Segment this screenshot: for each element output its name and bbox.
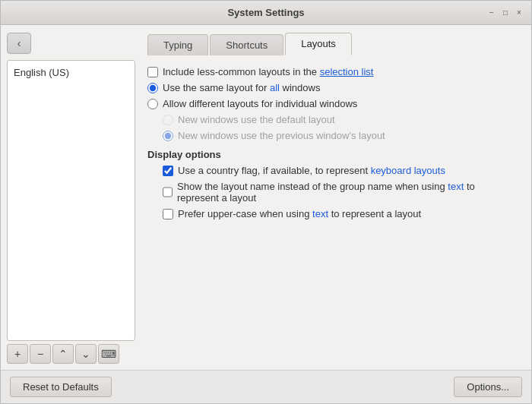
maximize-button[interactable]: □	[499, 7, 511, 19]
options-button[interactable]: Options...	[454, 377, 522, 397]
content-area: ‹ English (US) + − ⌃ ⌄ ⌨ Typing Shortcut…	[1, 25, 531, 370]
new-windows-previous-radio	[163, 131, 173, 141]
new-windows-default-row: New windows use the default layout	[163, 114, 519, 125]
minimize-button[interactable]: −	[486, 7, 498, 19]
layout-toolbar: + − ⌃ ⌄ ⌨	[7, 344, 135, 364]
country-flag-label[interactable]: Use a country flag, if available, to rep…	[178, 165, 445, 176]
list-item[interactable]: English (US)	[8, 64, 135, 81]
include-less-common-row: Include less-common layouts in the selec…	[147, 66, 519, 77]
tab-content-layouts: Include less-common layouts in the selec…	[147, 66, 519, 362]
reset-defaults-button[interactable]: Reset to Defaults	[10, 377, 112, 397]
title-bar: System Settings − □ ×	[1, 1, 531, 25]
upper-case-row: Prefer upper-case when using text to rep…	[163, 208, 519, 219]
layout-name-checkbox[interactable]	[163, 187, 173, 197]
new-windows-default-label: New windows use the default layout	[178, 114, 335, 125]
window-controls: − □ ×	[486, 7, 525, 19]
layout-list: English (US)	[7, 60, 135, 341]
main-window: System Settings − □ × ‹ English (US) + −…	[0, 0, 532, 404]
move-up-button[interactable]: ⌃	[52, 344, 74, 364]
same-layout-row: Use the same layout for all windows	[147, 82, 519, 93]
upper-case-label[interactable]: Prefer upper-case when using text to rep…	[178, 208, 421, 219]
layout-name-row: Show the layout name instead of the grou…	[163, 181, 519, 204]
include-less-common-label[interactable]: Include less-common layouts in the selec…	[163, 66, 373, 77]
selection-list-link[interactable]: selection list	[320, 66, 374, 77]
remove-layout-button[interactable]: −	[30, 344, 51, 364]
keyboard-preview-button[interactable]: ⌨	[98, 344, 119, 364]
right-panel: Typing Shortcuts Layouts Include less-co…	[141, 25, 531, 370]
tab-shortcuts[interactable]: Shortcuts	[210, 34, 283, 55]
upper-case-checkbox[interactable]	[163, 209, 173, 219]
country-flag-row: Use a country flag, if available, to rep…	[163, 165, 519, 176]
tab-typing[interactable]: Typing	[147, 34, 208, 55]
include-less-common-checkbox[interactable]	[147, 67, 158, 77]
same-layout-radio[interactable]	[147, 83, 158, 93]
different-layouts-radio[interactable]	[147, 99, 158, 109]
different-layouts-row: Allow different layouts for individual w…	[147, 98, 519, 109]
new-windows-default-radio	[163, 115, 173, 125]
country-flag-checkbox[interactable]	[163, 166, 173, 176]
back-button[interactable]: ‹	[7, 33, 31, 54]
tabs: Typing Shortcuts Layouts	[147, 33, 519, 55]
close-button[interactable]: ×	[513, 7, 525, 19]
same-layout-label[interactable]: Use the same layout for all windows	[163, 82, 320, 93]
new-windows-previous-row: New windows use the previous window's la…	[163, 130, 519, 141]
different-layouts-label[interactable]: Allow different layouts for individual w…	[163, 98, 357, 109]
add-layout-button[interactable]: +	[7, 344, 28, 364]
display-options-label: Display options	[147, 149, 519, 160]
bottom-bar: Reset to Defaults Options...	[1, 370, 531, 403]
new-windows-previous-label: New windows use the previous window's la…	[178, 130, 385, 141]
window-title: System Settings	[227, 7, 304, 18]
move-down-button[interactable]: ⌄	[75, 344, 97, 364]
layout-name-label[interactable]: Show the layout name instead of the grou…	[177, 181, 519, 204]
tab-layouts[interactable]: Layouts	[285, 33, 352, 55]
left-panel: ‹ English (US) + − ⌃ ⌄ ⌨	[1, 25, 141, 370]
